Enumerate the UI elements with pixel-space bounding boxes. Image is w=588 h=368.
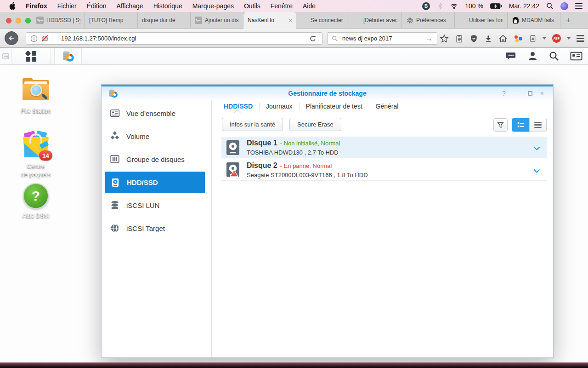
menubar-clock[interactable]: Mar. 22:42	[509, 2, 539, 10]
extension-dropdown-caret[interactable]	[543, 37, 546, 40]
disk-name: Disque 1	[247, 139, 277, 147]
new-tab-button[interactable]: +	[560, 12, 576, 29]
window-titlebar[interactable]: Gestionnaire de stockage	[102, 86, 553, 100]
sidebar-item-iscsi-target[interactable]: iSCSI Target	[102, 217, 211, 240]
user-options-icon[interactable]	[527, 51, 538, 62]
synology-favicon: Syno	[195, 17, 202, 24]
spotlight-search-icon[interactable]	[546, 2, 554, 10]
wifi-icon[interactable]	[450, 3, 458, 9]
browser-tab[interactable]: Se connecter en S	[296, 12, 349, 29]
desktop-icon-package-center[interactable]: 14 Centre de paquets	[7, 132, 64, 179]
menu-affichage[interactable]: Affichage	[112, 2, 148, 10]
search-bar[interactable]: news dj expo 2017 →	[327, 32, 437, 45]
secure-erase-button[interactable]: Secure Erase	[289, 118, 341, 131]
downloads-icon[interactable]	[484, 34, 492, 43]
menu-edition[interactable]: Édition	[82, 2, 112, 10]
desktop-wallpaper-edge	[0, 362, 588, 368]
sidebar-item-hdd-ssd[interactable]: HDD/SSD	[105, 172, 205, 193]
siri-icon[interactable]	[560, 2, 568, 10]
site-info-icon[interactable]	[30, 35, 38, 42]
home-icon[interactable]	[498, 34, 508, 43]
extension-page-icon[interactable]	[529, 34, 537, 43]
tab-hdd-ssd[interactable]: HDD/SSD	[217, 103, 260, 110]
iscsi-target-icon	[110, 223, 120, 233]
list-view-button[interactable]	[512, 118, 529, 132]
browser-tab[interactable]: Utiliser les fonctio	[455, 12, 508, 29]
search-query-text[interactable]: news dj expo 2017	[342, 35, 421, 42]
notification-center-icon[interactable]	[575, 3, 582, 9]
view-mode-switch	[512, 118, 547, 132]
disk-row-1[interactable]: Disque 1 - Non initialisé, Normal TOSHIB…	[221, 137, 547, 158]
browser-tab[interactable]: MDADM fails	[508, 12, 560, 29]
browser-tab-active[interactable]: DSM NasKenHo ×	[243, 12, 296, 29]
expand-chevron-icon[interactable]	[533, 144, 540, 153]
warning-triangle-icon: !	[230, 169, 238, 179]
apple-icon[interactable]	[9, 2, 16, 10]
clipboard-icon[interactable]	[455, 34, 464, 43]
dsm-search-icon[interactable]	[548, 51, 560, 62]
disk-detail: Seagate ST2000DL003-9VT166 , 1.8 To HDD	[247, 172, 368, 178]
help-icon: ?	[23, 183, 49, 209]
battery-icon[interactable]	[490, 3, 502, 9]
window-zoom-button[interactable]	[25, 18, 31, 23]
tab-journaux[interactable]: Journaux	[260, 103, 300, 110]
overview-icon	[110, 108, 120, 118]
adblock-plus-icon[interactable]: ABP	[552, 34, 561, 43]
desktop-icon-file-station[interactable]: File Station	[7, 78, 64, 115]
window-close-button[interactable]: ×	[540, 90, 544, 97]
firefox-navbar: 192.168.1.27:5000/index.cgi news dj expo…	[0, 29, 588, 48]
menu-marque-pages[interactable]: Marque-pages	[187, 2, 239, 10]
filter-button[interactable]	[493, 118, 508, 132]
reload-button[interactable]	[303, 33, 322, 44]
menu-historique[interactable]: Historique	[148, 2, 187, 10]
window-minimize-button[interactable]: —	[514, 90, 520, 97]
widgets-icon[interactable]	[570, 51, 582, 62]
notifications-icon[interactable]	[505, 51, 517, 62]
shield-icon[interactable]	[469, 34, 478, 43]
speed-dial-icon[interactable]	[514, 34, 523, 43]
bluetooth-icon[interactable]	[437, 2, 443, 10]
disk-row-2[interactable]: ! Disque 2 - En panne, Normal Seagate ST…	[221, 159, 547, 181]
desktop-icon-dsm-help[interactable]: ? Aide DSM	[7, 183, 64, 220]
sidebar-item-disk-group[interactable]: Groupe de disques	[102, 148, 211, 171]
bookmark-star-icon[interactable]	[440, 34, 449, 43]
browser-tab[interactable]: [Débuter avec Syr	[349, 12, 402, 29]
window-close-button[interactable]	[6, 18, 11, 23]
sidebar-item-volume[interactable]: Volume	[102, 125, 211, 148]
svg-text:!: !	[233, 171, 235, 176]
menu-fichier[interactable]: Fichier	[52, 2, 82, 10]
window-minimize-button[interactable]	[16, 18, 21, 23]
sidebar-item-iscsi-lun[interactable]: iSCSI LUN	[102, 194, 211, 217]
health-info-button[interactable]: Infos sur la santé	[222, 118, 283, 131]
b-app-icon[interactable]: B	[422, 2, 430, 10]
browser-tab[interactable]: Syno HDD/SSD | Sy	[32, 12, 85, 29]
plugin-blocked-icon[interactable]	[41, 34, 49, 42]
dsm-main-menu-button[interactable]	[12, 48, 51, 64]
menu-firefox[interactable]: Firefox	[21, 2, 52, 10]
search-go-icon[interactable]: →	[421, 35, 437, 42]
menu-fenetre[interactable]: Fenêtre	[266, 2, 298, 10]
abp-dropdown-caret[interactable]	[567, 37, 571, 40]
disk-icon-warning: !	[226, 162, 240, 178]
menu-outils[interactable]: Outils	[239, 2, 266, 10]
browser-tab[interactable]: Préférences	[402, 12, 455, 29]
tab-close-icon[interactable]: ×	[288, 17, 292, 24]
firefox-menu-icon[interactable]	[577, 35, 584, 41]
window-maximize-button[interactable]	[528, 91, 532, 96]
browser-tab[interactable]: DSM disque dur dé	[138, 12, 191, 29]
compact-view-button[interactable]	[529, 118, 546, 132]
menu-aide[interactable]: Aide	[298, 2, 321, 10]
browser-tab[interactable]: Syno Ajouter un dis	[191, 12, 243, 29]
sidebar-item-overview[interactable]: Vue d’ensemble	[102, 102, 211, 125]
url-bar[interactable]: 192.168.1.27:5000/index.cgi	[26, 32, 322, 45]
browser-tab[interactable]: DSM [TUTO] Remp	[85, 12, 138, 29]
tab-planificateur[interactable]: Planificateur de test	[300, 103, 369, 110]
tab-general[interactable]: Général	[369, 103, 406, 110]
show-desktop-button[interactable]	[0, 48, 12, 64]
expand-chevron-icon[interactable]	[533, 167, 540, 175]
window-help-button[interactable]: ?	[502, 90, 506, 97]
back-button[interactable]	[5, 31, 18, 45]
url-text[interactable]: 192.168.1.27:5000/index.cgi	[57, 35, 303, 42]
storage-manager-icon	[62, 50, 74, 63]
taskbar-storage-manager-button[interactable]	[54, 48, 82, 64]
